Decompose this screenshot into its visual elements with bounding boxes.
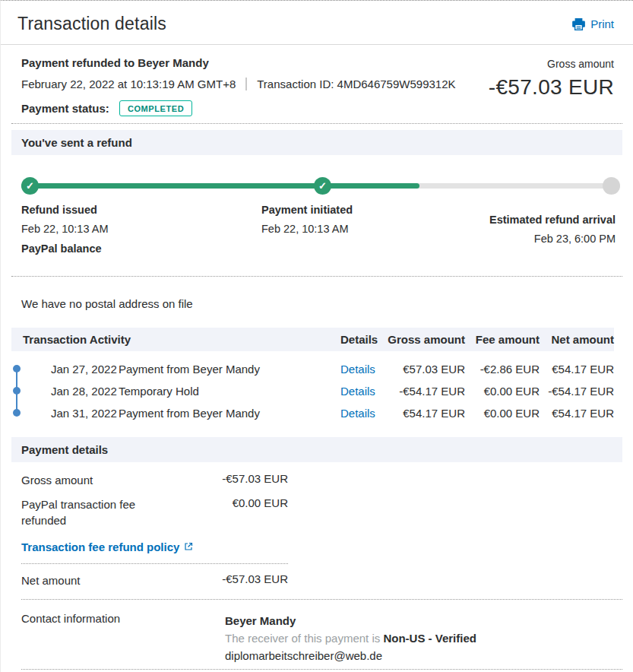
payment-details-section: Gross amount -€57.03 EUR PayPal transact… — [1, 462, 633, 588]
vertical-divider — [245, 78, 247, 90]
details-link[interactable]: Details — [340, 385, 375, 398]
activity-rows: Jan 27, 2022 Payment from Beyer Mandy De… — [11, 358, 614, 424]
row-net: -€54.17 EUR — [540, 385, 614, 398]
page-header: Transaction details Print — [1, 1, 633, 45]
summary-datetime: February 22, 2022 at 10:13:19 AM GMT+8 — [21, 78, 236, 90]
contact-label: Contact information — [21, 612, 225, 664]
table-row: Jan 27, 2022 Payment from Beyer Mandy De… — [11, 358, 614, 380]
fee-refund-policy-link[interactable]: Transaction fee refund policy — [21, 540, 193, 553]
refund-tracker-heading: You've sent a refund — [11, 130, 622, 155]
column-header-fee: Fee amount — [465, 333, 540, 346]
divider — [11, 276, 622, 277]
transaction-id: Transaction ID: 4MD646759W599312K — [257, 78, 455, 90]
table-row: Jan 28, 2022 Temporary Hold Details -€54… — [11, 380, 614, 402]
printer-icon — [572, 18, 585, 30]
details-link[interactable]: Details — [340, 407, 375, 420]
receiver-status-line: The receiver of this payment is Non-US -… — [225, 629, 476, 647]
step-time: Feb 23, 6:00 PM — [489, 233, 616, 245]
row-gross: €57.03 EUR — [375, 363, 465, 376]
pd-net-value: -€57.03 EUR — [222, 572, 288, 588]
row-fee: €0.00 EUR — [465, 407, 540, 420]
step-title: Payment initiated — [261, 204, 353, 216]
contact-name: Beyer Mandy — [225, 612, 476, 629]
divider — [11, 123, 622, 124]
step-time: Feb 22, 10:13 AM — [261, 223, 353, 235]
receiver-prefix: The receiver of this payment is — [225, 632, 383, 645]
print-button[interactable]: Print — [572, 17, 614, 30]
step-title: Estimated refund arrival — [489, 214, 616, 226]
activity-title: Transaction Activity — [11, 333, 328, 346]
details-link[interactable]: Details — [340, 363, 375, 376]
timeline-dot-icon — [13, 387, 21, 395]
row-date: Jan 28, 2022 — [51, 385, 119, 398]
row-net: €54.17 EUR — [540, 363, 614, 376]
pd-fee-value: €0.00 EUR — [233, 496, 288, 528]
timeline-dot-icon — [13, 365, 21, 372]
row-date: Jan 27, 2022 — [51, 363, 119, 376]
print-label: Print — [590, 17, 614, 30]
column-header-net: Net amount — [540, 333, 614, 346]
activity-table: Transaction Activity Details Gross amoun… — [11, 328, 614, 424]
tracker-step-payment-initiated: Payment initiated Feb 22, 10:13 AM — [261, 204, 353, 242]
row-net: €54.17 EUR — [540, 407, 614, 420]
row-gross: -€54.17 EUR — [375, 385, 465, 398]
refund-tracker: ✓ ✓ Refund issued Feb 22, 10:13 AM PayPa… — [21, 173, 616, 252]
step-pending-icon — [603, 177, 620, 195]
progress-fill — [21, 183, 419, 189]
row-description: Temporary Hold — [119, 385, 328, 398]
column-header-details: Details — [328, 333, 375, 346]
pd-gross-value: -€57.03 EUR — [222, 472, 288, 488]
pd-net-label: Net amount — [21, 572, 81, 588]
row-description: Payment from Beyer Mandy — [119, 407, 328, 420]
row-gross: €54.17 EUR — [375, 407, 465, 420]
gross-amount-value: -€57.03 EUR — [489, 75, 614, 100]
policy-link-label: Transaction fee refund policy — [21, 540, 179, 553]
payment-details-heading: Payment details — [11, 437, 622, 462]
status-badge: COMPLETED — [119, 100, 192, 116]
tracker-step-estimated-arrival: Estimated refund arrival Feb 23, 6:00 PM — [489, 214, 616, 252]
timeline-dot-icon — [13, 409, 21, 417]
page-title: Transaction details — [17, 14, 166, 34]
step-done-icon: ✓ — [21, 177, 39, 195]
summary-section: Payment refunded to Beyer Mandy February… — [1, 45, 633, 116]
table-row: Jan 31, 2022 Payment from Beyer Mandy De… — [11, 402, 614, 424]
gross-amount-label: Gross amount — [489, 58, 614, 70]
step-note: PayPal balance — [21, 242, 108, 255]
row-date: Jan 31, 2022 — [51, 407, 119, 420]
summary-heading: Payment refunded to Beyer Mandy — [21, 56, 456, 69]
row-description: Payment from Beyer Mandy — [119, 363, 328, 376]
contact-email: diplomarbeitschreiber@web.de — [225, 647, 476, 664]
pd-fee-label: PayPal transaction fee refunded — [21, 496, 154, 528]
divider — [21, 563, 288, 564]
row-fee: -€2.86 EUR — [465, 363, 540, 376]
postal-address-note: We have no postal address on file — [21, 297, 614, 310]
external-link-icon — [184, 540, 193, 553]
pd-gross-label: Gross amount — [21, 472, 93, 488]
column-header-gross: Gross amount — [375, 333, 465, 346]
step-time: Feb 22, 10:13 AM — [21, 223, 108, 235]
step-title: Refund issued — [21, 204, 108, 216]
contact-information-section: Contact information Beyer Mandy The rece… — [1, 600, 633, 666]
tracker-step-refund-issued: Refund issued Feb 22, 10:13 AM PayPal ba… — [21, 204, 108, 255]
step-done-icon: ✓ — [314, 177, 331, 195]
payment-status-label: Payment status: — [21, 102, 109, 115]
receiver-status: Non-US - Verified — [383, 632, 476, 645]
row-fee: €0.00 EUR — [465, 385, 540, 398]
activity-table-header: Transaction Activity Details Gross amoun… — [11, 328, 614, 351]
